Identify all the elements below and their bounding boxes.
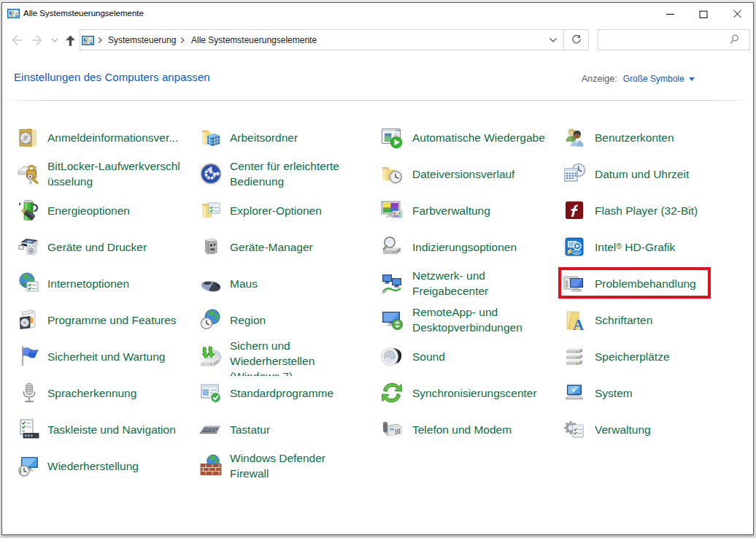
svg-text:A: A <box>573 316 585 331</box>
svg-text:intel: intel <box>574 251 579 254</box>
